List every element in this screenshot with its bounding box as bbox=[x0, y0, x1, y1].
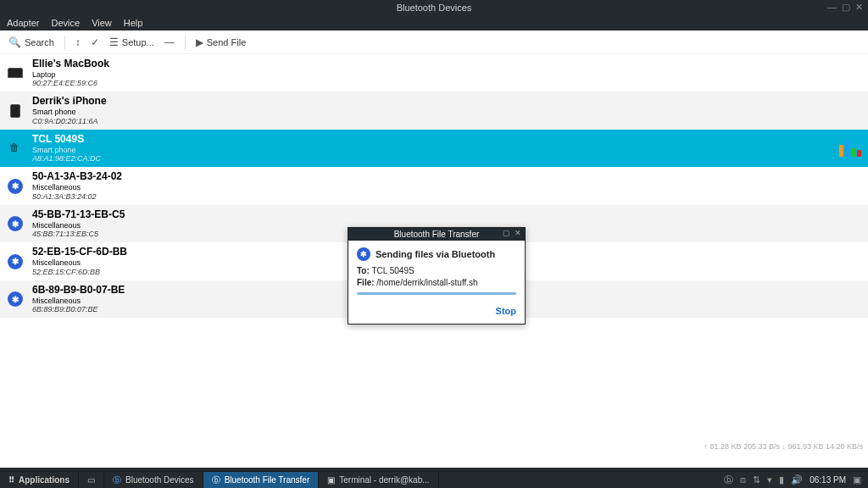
device-icon-wrapper: 🗑 bbox=[7, 140, 24, 157]
device-icon-wrapper: ✱ bbox=[7, 291, 24, 308]
taskbar-right: ⓑ ⧈ ⇅ ▾ ▮ 🔊 06:13 PM ▣ bbox=[724, 474, 868, 486]
device-body: 50-A1-3A-B3-24-02Miscellaneous50:A1:3A:B… bbox=[32, 171, 122, 200]
taskbar-clock[interactable]: 06:13 PM bbox=[810, 475, 846, 485]
sort-updown-icon[interactable]: ↕ bbox=[75, 36, 81, 48]
device-type: Laptop bbox=[32, 70, 109, 79]
dialog-to-row: To: TCL 5049S bbox=[357, 266, 516, 275]
tray-volume-icon[interactable]: 🔊 bbox=[791, 474, 803, 485]
device-name: 45-BB-71-13-EB-C5 bbox=[32, 209, 125, 221]
device-row[interactable]: Derrik's iPhoneSmart phoneC0:9A:D0:20:11… bbox=[0, 92, 868, 129]
dialog-heading-row: ✱ Sending files via Bluetooth bbox=[357, 247, 516, 261]
laptop-icon bbox=[8, 68, 23, 78]
device-mac: 45:BB:71:13:EB:C5 bbox=[32, 230, 125, 238]
tray-network-icon[interactable]: ⇅ bbox=[753, 474, 760, 485]
dialog-heading: Sending files via Bluetooth bbox=[376, 249, 495, 259]
trash-icon: 🗑 bbox=[9, 141, 21, 155]
tray-bluetooth-icon[interactable]: ⓑ bbox=[724, 474, 733, 486]
close-icon[interactable]: ✕ bbox=[855, 2, 863, 13]
dialog-file-row: File: /home/derrik/install-stuff.sh bbox=[357, 278, 516, 287]
taskbar-desktop[interactable]: ▭ bbox=[79, 472, 104, 488]
device-row[interactable]: Ellie's MacBookLaptop90:27:E4:EE:59:C6 bbox=[0, 54, 868, 92]
applications-grid-icon: ⠿ bbox=[8, 475, 14, 485]
device-mac: 6B:89:B9:B0:07:BE bbox=[32, 305, 125, 313]
tray-wifi-icon[interactable]: ▾ bbox=[767, 474, 772, 485]
dialog-to-label: To: bbox=[357, 266, 370, 275]
taskbar-left: ⠿ Applications ▭ ⓑ Bluetooth Devices ⓑ B… bbox=[0, 472, 439, 488]
bluetooth-icon: ⓑ bbox=[212, 474, 220, 486]
taskbar-item-1-label: Bluetooth Devices bbox=[125, 475, 194, 485]
menu-help[interactable]: Help bbox=[124, 18, 143, 28]
device-type: Smart phone bbox=[32, 108, 107, 116]
device-icon-wrapper bbox=[7, 64, 24, 81]
window-title: Bluetooth Devices bbox=[397, 3, 472, 13]
device-name: Derrik's iPhone bbox=[32, 96, 107, 108]
setup-button[interactable]: ☰ Setup... bbox=[109, 36, 154, 48]
bluetooth-icon: ✱ bbox=[8, 179, 23, 194]
taskbar-item-2-label: Bluetooth File Transfer bbox=[225, 475, 310, 485]
device-body: TCL 5049SSmart phoneA8:A1:98:E2:CA:DC bbox=[32, 134, 101, 163]
dialog-file-value: /home/derrik/install-stuff.sh bbox=[376, 278, 477, 287]
bluetooth-icon: ✱ bbox=[8, 216, 23, 231]
menu-device[interactable]: Device bbox=[52, 18, 81, 28]
device-name: TCL 5049S bbox=[32, 134, 101, 146]
send-file-button[interactable]: ▶ Send File bbox=[196, 36, 246, 48]
taskbar-item-bluetooth-devices[interactable]: ⓑ Bluetooth Devices bbox=[104, 472, 203, 488]
device-type: Miscellaneous bbox=[32, 221, 125, 230]
tray-battery-icon[interactable]: ▮ bbox=[779, 474, 784, 485]
bluetooth-icon: ✱ bbox=[357, 247, 370, 261]
menu-adapter[interactable]: Adapter bbox=[7, 18, 40, 28]
setup-label: Setup... bbox=[122, 37, 154, 47]
device-mac: 50:A1:3A:B3:24:02 bbox=[32, 192, 122, 201]
taskbar: ⠿ Applications ▭ ⓑ Bluetooth Devices ⓑ B… bbox=[0, 471, 868, 488]
dialog-body: ✱ Sending files via Bluetooth To: TCL 50… bbox=[348, 241, 525, 302]
search-icon: 🔍 bbox=[8, 36, 21, 48]
remove-icon[interactable]: — bbox=[164, 36, 175, 48]
device-row[interactable]: 🗑TCL 5049SSmart phoneA8:A1:98:E2:CA:DC bbox=[0, 130, 868, 167]
device-mac: 52:EB:15:CF:6D:BB bbox=[32, 268, 127, 276]
dialog-close-icon[interactable]: ✕ bbox=[515, 229, 521, 237]
dialog-titlebar: Bluetooth File Transfer ▢ ✕ bbox=[348, 228, 525, 241]
applications-label: Applications bbox=[19, 475, 70, 485]
toolbar: 🔍 Search ↕ ✓ ☰ Setup... — ▶ Send File bbox=[0, 30, 868, 54]
minimize-icon[interactable]: — bbox=[827, 2, 837, 13]
taskbar-item-file-transfer[interactable]: ⓑ Bluetooth File Transfer bbox=[203, 472, 320, 488]
taskbar-applications[interactable]: ⠿ Applications bbox=[0, 472, 79, 488]
main-window: 🔍 Search ↕ ✓ ☰ Setup... — ▶ Send File El… bbox=[0, 30, 868, 468]
tray-user-icon[interactable]: ▣ bbox=[853, 474, 861, 485]
bluetooth-icon: ✱ bbox=[8, 254, 23, 269]
device-name: Ellie's MacBook bbox=[32, 58, 109, 70]
device-name: 6B-89-B9-B0-07-BE bbox=[32, 285, 125, 297]
device-icon-wrapper: ✱ bbox=[7, 215, 24, 232]
device-mac: 90:27:E4:EE:59:C6 bbox=[32, 79, 109, 87]
taskbar-item-terminal[interactable]: ▣ Terminal - derrik@kab... bbox=[319, 472, 438, 488]
terminal-icon: ▣ bbox=[327, 475, 335, 485]
device-type: Miscellaneous bbox=[32, 297, 125, 305]
device-body: Derrik's iPhoneSmart phoneC0:9A:D0:20:11… bbox=[32, 96, 107, 125]
list-icon: ☰ bbox=[109, 36, 119, 48]
device-name: 52-EB-15-CF-6D-BB bbox=[32, 247, 127, 258]
search-button[interactable]: 🔍 Search bbox=[8, 36, 54, 48]
device-type: Miscellaneous bbox=[32, 258, 127, 267]
stop-button[interactable]: Stop bbox=[496, 306, 516, 316]
device-icon-wrapper: ✱ bbox=[7, 253, 24, 270]
device-mac: A8:A1:98:E2:CA:DC bbox=[32, 154, 101, 163]
file-transfer-dialog: Bluetooth File Transfer ▢ ✕ ✱ Sending fi… bbox=[348, 227, 526, 324]
device-icon-wrapper: ✱ bbox=[7, 178, 24, 195]
maximize-icon[interactable]: ▢ bbox=[842, 2, 850, 13]
check-icon[interactable]: ✓ bbox=[91, 36, 99, 48]
device-body: 6B-89-B9-B0-07-BEMiscellaneous6B:89:B9:B… bbox=[32, 285, 125, 313]
toolbar-separator bbox=[64, 36, 65, 49]
tray-dropbox-icon[interactable]: ⧈ bbox=[740, 474, 746, 485]
toolbar-separator-2 bbox=[185, 36, 186, 49]
dialog-footer: Stop bbox=[348, 302, 525, 324]
phone-icon bbox=[10, 104, 20, 118]
progress-bar bbox=[357, 292, 516, 295]
device-service-icons bbox=[839, 140, 861, 157]
send-icon: ▶ bbox=[196, 36, 203, 48]
device-type: Smart phone bbox=[32, 146, 101, 154]
device-name: 50-A1-3A-B3-24-02 bbox=[32, 171, 122, 183]
dialog-maximize-icon[interactable]: ▢ bbox=[503, 229, 510, 237]
menu-view[interactable]: View bbox=[92, 18, 112, 28]
device-row[interactable]: ✱50-A1-3A-B3-24-02Miscellaneous50:A1:3A:… bbox=[0, 167, 868, 204]
taskbar-item-3-label: Terminal - derrik@kab... bbox=[339, 475, 429, 485]
